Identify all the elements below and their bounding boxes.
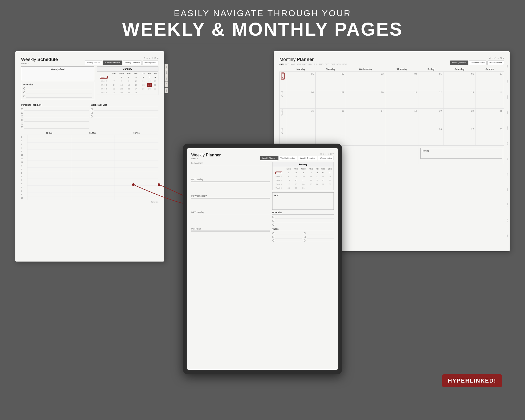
- wp-task-1: [272, 232, 302, 235]
- mp-cal-w5-thu: [385, 145, 419, 164]
- wp-cal-d22: 22: [285, 182, 292, 186]
- wp-day-monday: 01 Monday: [191, 162, 270, 177]
- mp-title-area: Monthly Planner JAN FEB MAR APR MAY JUN …: [279, 57, 347, 65]
- ws-cal-th-thu: Thu: [140, 72, 147, 75]
- wp-priorities: Priorities: [272, 211, 334, 226]
- wp-tasks: Tasks: [272, 228, 334, 243]
- ws-cal-d28: 28: [110, 91, 118, 95]
- mp-week3-label: Week 3: [281, 109, 283, 116]
- wp-cal-week4: Week 4 22 23 24 25 26 27 28: [272, 182, 334, 186]
- ws-work-tasks: Work Task List: [91, 104, 158, 129]
- wp-cal-d13: 13: [320, 175, 326, 178]
- mp-tab-calendar[interactable]: 2024 Calendar: [487, 61, 504, 65]
- wp-cal-d23: 23: [292, 182, 299, 186]
- mp-nav-jan[interactable]: JAN: [279, 63, 284, 65]
- ws-week1-badge: Week 1: [100, 76, 108, 79]
- wp-cal-week1-label: Week 1: [272, 171, 285, 175]
- ws-cal-d9: 9: [125, 79, 132, 83]
- mp-title-light: Monthly: [279, 57, 296, 62]
- mp-top-right: ⊙ ⌂ ✓ ☆ ⊞ ≡ Monthly Planner Monthly Revi…: [450, 57, 504, 65]
- wp-day-friday: 05 Friday: [191, 227, 270, 237]
- ptask-circle-1: [21, 108, 23, 110]
- ws-t2c13: [71, 178, 115, 182]
- mp-cal-w4-sun: 28: [476, 127, 504, 145]
- mp-d-14: 14: [477, 91, 502, 94]
- ws-tab-overview[interactable]: Weekly Overview: [123, 61, 142, 65]
- wp-cal-th-fri: Fri: [315, 167, 320, 171]
- ws-ptask-4: [21, 118, 89, 122]
- mp-d-12: 12: [420, 91, 442, 94]
- ws-time-labels: 5 6 7 8 9 10 11 12 1 2 3 4 5 6 7 8 9: [21, 135, 27, 200]
- mp-nav-dec[interactable]: DEC: [342, 63, 347, 65]
- mp-nav-may[interactable]: MAY: [302, 63, 307, 65]
- ws-priorities-title: Priorities: [23, 83, 92, 86]
- ws-priorities-box: Priorities: [21, 82, 94, 100]
- wtask-circle-1: [91, 108, 93, 110]
- wp-day-label-monday: 01 Monday: [191, 162, 270, 164]
- wp-tab-notes[interactable]: Weekly Notes: [318, 156, 334, 160]
- mp-nav-nov[interactable]: NOV: [337, 63, 341, 65]
- ws-tab-notes[interactable]: Weekly Notes: [143, 61, 158, 65]
- mp-nav-mar[interactable]: MAR: [291, 63, 295, 65]
- wp-tab-planner[interactable]: Weekly Planner: [260, 156, 278, 160]
- wp-cal-header-row: Mon Tue Wed Thu Fri Sat Sun: [272, 167, 334, 171]
- ws-t1c2: [27, 139, 71, 143]
- mp-d-01: 01: [288, 73, 314, 75]
- ws-t2c16: [71, 189, 115, 193]
- ws-cal-d7: 7: [110, 79, 118, 83]
- mp-side-dec: DEC: [505, 228, 510, 244]
- ws-cal-d18: 18: [140, 83, 147, 87]
- mp-week4-label: Week 4: [281, 128, 283, 134]
- mp-cal-week3-cell: Week 3: [280, 108, 286, 127]
- wp-tab-overview[interactable]: Weekly Overview: [298, 156, 317, 160]
- wp-pri-3: [272, 223, 334, 226]
- mp-nav-jul[interactable]: JUL: [314, 63, 317, 65]
- ws-ptask-3: [21, 115, 89, 118]
- mp-nav-oct[interactable]: OCT: [331, 63, 335, 65]
- mp-cal-w4-thu: [385, 127, 419, 145]
- mp-nav-jun[interactable]: JUN: [308, 63, 312, 65]
- ws-cal-d2: 2: [125, 75, 132, 79]
- mp-nav-sep[interactable]: SEP: [325, 63, 329, 65]
- tablet-inner: Weekly Planner Week 1 ⊙ ⌂ ✓ ☆ ⊞ ≡: [187, 148, 338, 370]
- mp-cal-w1-mon: 01: [286, 72, 316, 90]
- weekly-goal-box: Weekly Goal: [21, 66, 94, 80]
- mp-tab-monthly[interactable]: Monthly Planner: [450, 61, 468, 65]
- mp-nav-apr[interactable]: APR: [297, 63, 301, 65]
- ws-t2c4: [71, 146, 115, 150]
- ws-cal-d24: 24: [132, 87, 140, 91]
- wp-day-label-thursday: 04 Thursday: [191, 211, 270, 214]
- wp-tab-schedule[interactable]: Weekly Schedule: [278, 156, 297, 160]
- mp-cal-w3-tue: 16: [316, 108, 346, 127]
- ws-cal-th-wed: Wed: [132, 72, 140, 75]
- ws-tab-planner[interactable]: Weekly Planner: [85, 61, 102, 65]
- wp-pri-circle-3: [272, 224, 274, 226]
- wp-cal-d28: 28: [326, 182, 334, 186]
- mp-d-09: 09: [317, 91, 344, 94]
- ws-personal-title: Personal Task List: [21, 104, 89, 107]
- ws-personal-title-bold: Personal: [21, 104, 31, 106]
- mp-d-02: 02: [317, 73, 344, 75]
- ws-tab-schedule[interactable]: Weekly Schedule: [103, 61, 122, 65]
- ws-time-body: 5 6 7 8 9 10 11 12 1 2 3 4 5 6 7 8 9: [21, 135, 158, 200]
- ws-cal-d16: 16: [125, 83, 132, 87]
- ws-cal-week3: Week 3 14 15 16 17 18 19 20: [97, 83, 158, 87]
- ws-time-col-1: [27, 135, 71, 200]
- wp-cal-th-wed: Wed: [299, 167, 308, 171]
- ws-t1c16: [27, 189, 71, 193]
- ws-cal-d14: 14: [110, 83, 118, 87]
- ws-cal-d-e3: [152, 91, 158, 95]
- ws-work-title: Work Task List: [91, 104, 158, 107]
- mp-side-aug: AUG: [505, 167, 510, 182]
- ws-ptask-6: [21, 126, 89, 129]
- mp-cal-w2-fri: 12: [419, 90, 443, 108]
- mp-nav-aug[interactable]: AUG: [319, 63, 323, 65]
- wp-cal-d14: 14: [326, 175, 334, 178]
- ws-icon-bar: ⊙ ⌂ ✓ ☆ ⊞ ≡: [144, 57, 158, 59]
- wp-day-label-friday: 05 Friday: [191, 227, 270, 230]
- ws-time-6pm: 6: [21, 182, 27, 186]
- ws-time-3pm: 3: [21, 171, 27, 175]
- mp-tab-review[interactable]: Monthly Review: [469, 61, 487, 65]
- mp-nav-feb[interactable]: FEB: [285, 63, 289, 65]
- ws-time-col-2: [71, 135, 115, 200]
